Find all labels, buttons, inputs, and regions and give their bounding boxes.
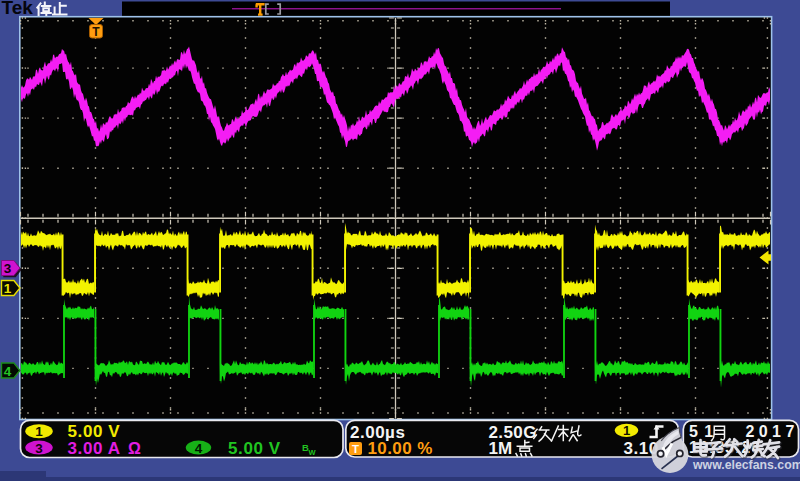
svg-text:2017: 2017 <box>746 423 799 440</box>
svg-text:T: T <box>352 443 359 455</box>
svg-text:10.00 %: 10.00 % <box>368 439 433 458</box>
svg-text:5.00 V: 5.00 V <box>228 439 281 458</box>
svg-text:3: 3 <box>4 261 12 276</box>
svg-text:4: 4 <box>4 364 12 379</box>
svg-text:3.00 A: 3.00 A <box>68 439 121 458</box>
svg-text:1M: 1M <box>489 439 513 458</box>
svg-text:Ω: Ω <box>128 440 141 457</box>
svg-text:Tek: Tek <box>2 0 34 18</box>
svg-text:T: T <box>92 25 100 39</box>
svg-text:3: 3 <box>35 441 43 456</box>
svg-text:www.elecfans.com: www.elecfans.com <box>692 458 800 472</box>
svg-text:1: 1 <box>4 281 12 296</box>
svg-text:W: W <box>309 448 317 457</box>
svg-text:5 1: 5 1 <box>689 423 714 440</box>
svg-text:1: 1 <box>35 424 43 439</box>
svg-text:4: 4 <box>195 441 203 456</box>
svg-text:1: 1 <box>623 423 630 438</box>
